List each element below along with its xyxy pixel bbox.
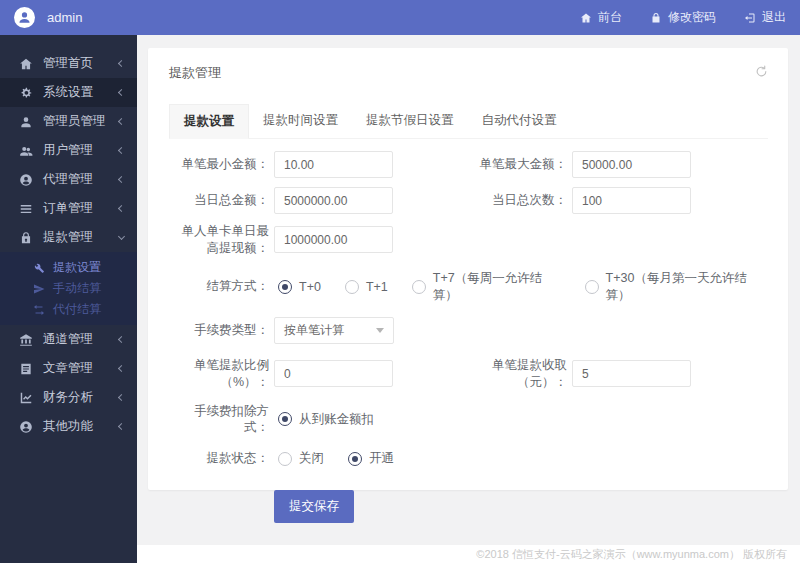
article-icon	[19, 362, 33, 376]
tab-withdraw-time-settings[interactable]: 提款时间设置	[249, 104, 352, 139]
sidebar-item-admin-management[interactable]: 管理员管理	[0, 107, 137, 136]
fee-fixed-label: 单笔提款收取（元）：	[471, 357, 567, 391]
logout-icon	[744, 12, 756, 24]
settlement-label: 结算方式：	[173, 278, 269, 295]
admin-user-icon	[19, 115, 33, 129]
status-option-closed[interactable]: 关闭	[278, 450, 324, 467]
chevron-left-icon	[118, 176, 125, 183]
fee-fixed-input[interactable]	[572, 360, 691, 387]
submenu-item-label: 代付结算	[53, 301, 101, 318]
radio-checked-icon	[348, 452, 362, 466]
card-daily-max-input[interactable]	[274, 226, 393, 253]
page-title: 提款管理	[169, 64, 221, 82]
settlement-option-t7[interactable]: T+7（每周一允许结算）	[412, 270, 561, 304]
send-icon	[33, 283, 45, 295]
other-user-icon	[19, 420, 33, 434]
daily-count-label: 当日总次数：	[471, 192, 567, 209]
front-site-link[interactable]: 前台	[580, 9, 622, 26]
tab-auto-payment-settings[interactable]: 自动代付设置	[468, 104, 571, 139]
wrench-icon	[33, 262, 45, 274]
settlement-option-t1[interactable]: T+1	[345, 280, 388, 294]
chart-icon	[19, 391, 33, 405]
sidebar-item-label: 订单管理	[43, 200, 93, 217]
home-icon	[19, 57, 33, 71]
bank-icon	[19, 333, 33, 347]
refresh-icon[interactable]	[755, 65, 768, 81]
sidebar-item-channel-management[interactable]: 通道管理	[0, 325, 137, 354]
sidebar-item-label: 通道管理	[43, 331, 93, 348]
submenu-item-payment-settlement[interactable]: 代付结算	[0, 299, 137, 320]
fee-percent-label: 单笔提款比例（%）：	[173, 357, 269, 391]
exchange-icon	[33, 304, 45, 316]
fee-deduct-option[interactable]: 从到账金额扣	[278, 411, 374, 428]
sidebar-item-system-settings[interactable]: 系统设置	[0, 78, 137, 107]
chevron-left-icon	[118, 147, 125, 154]
chevron-left-icon	[118, 205, 125, 212]
sidebar-item-label: 提款管理	[43, 229, 93, 246]
change-password-link[interactable]: 修改密码	[650, 9, 716, 26]
sidebar-item-other-functions[interactable]: 其他功能	[0, 412, 137, 441]
chevron-left-icon	[118, 423, 125, 430]
sidebar-item-label: 代理管理	[43, 171, 93, 188]
fee-deduct-label: 手续费扣除方式：	[173, 403, 269, 437]
sidebar-item-article-management[interactable]: 文章管理	[0, 354, 137, 383]
withdraw-settings-form: 单笔最小金额： 单笔最大金额： 当日总金额： 当日总次数：	[148, 139, 788, 523]
withdraw-lock-icon	[19, 231, 33, 245]
sidebar: 管理首页 系统设置 管理员管理 用户管理 代理管理 订单管理	[0, 35, 137, 563]
tab-withdraw-settings[interactable]: 提款设置	[169, 104, 249, 139]
daily-total-input[interactable]	[274, 187, 393, 214]
withdraw-management-card: 提款管理 提款设置 提款时间设置 提款节假日设置 自动代付设置 单笔最小金额： …	[148, 48, 788, 490]
change-password-label: 修改密码	[668, 9, 716, 26]
orders-list-icon	[19, 202, 33, 216]
content-spacer	[137, 490, 800, 545]
chevron-down-icon	[118, 232, 125, 239]
chevron-left-icon	[118, 336, 125, 343]
fee-type-select[interactable]: 按单笔计算	[274, 317, 394, 344]
fee-type-label: 手续费类型：	[173, 322, 269, 339]
radio-unchecked-icon	[345, 280, 359, 294]
sidebar-item-agent-management[interactable]: 代理管理	[0, 165, 137, 194]
settings-tabs: 提款设置 提款时间设置 提款节假日设置 自动代付设置	[169, 104, 768, 139]
username: admin	[47, 10, 82, 25]
chevron-left-icon	[118, 365, 125, 372]
radio-unchecked-icon	[278, 452, 292, 466]
sidebar-item-label: 财务分析	[43, 389, 93, 406]
sidebar-item-withdraw-management[interactable]: 提款管理	[0, 223, 137, 252]
caret-down-icon	[376, 328, 384, 333]
settlement-option-t0[interactable]: T+0	[278, 280, 321, 294]
front-site-label: 前台	[598, 9, 622, 26]
radio-checked-icon	[278, 280, 292, 294]
settlement-radio-group: T+0 T+1 T+7（每周一允许结算） T+30（每月第一天允许结算	[278, 270, 788, 304]
sidebar-item-dashboard[interactable]: 管理首页	[0, 49, 137, 78]
max-amount-label: 单笔最大金额：	[471, 156, 567, 173]
tab-withdraw-holiday-settings[interactable]: 提款节假日设置	[352, 104, 468, 139]
settlement-option-t30[interactable]: T+30（每月第一天允许结算）	[585, 270, 764, 304]
user-menu[interactable]: admin	[14, 7, 82, 28]
home-icon	[580, 12, 592, 24]
logout-label: 退出	[762, 9, 786, 26]
topbar: admin 前台 修改密码 退出	[0, 0, 800, 35]
daily-count-input[interactable]	[572, 187, 691, 214]
status-option-open[interactable]: 开通	[348, 450, 394, 467]
users-icon	[19, 144, 33, 158]
lock-icon	[650, 12, 662, 24]
radio-unchecked-icon	[412, 280, 426, 294]
submenu-item-withdraw-settings[interactable]: 提款设置	[0, 257, 137, 278]
main-content: 提款管理 提款设置 提款时间设置 提款节假日设置 自动代付设置 单笔最小金额： …	[137, 35, 800, 563]
sidebar-item-order-management[interactable]: 订单管理	[0, 194, 137, 223]
sidebar-item-user-management[interactable]: 用户管理	[0, 136, 137, 165]
max-amount-input[interactable]	[572, 151, 691, 178]
radio-checked-icon	[278, 412, 292, 426]
sidebar-item-label: 其他功能	[43, 418, 93, 435]
sidebar-item-label: 系统设置	[43, 84, 93, 101]
chevron-left-icon	[118, 60, 125, 67]
fee-percent-input[interactable]	[274, 360, 393, 387]
sidebar-item-finance-analysis[interactable]: 财务分析	[0, 383, 137, 412]
fee-deduct-radio-group: 从到账金额扣	[278, 411, 398, 428]
submenu-item-manual-settlement[interactable]: 手动结算	[0, 278, 137, 299]
chevron-left-icon	[118, 394, 125, 401]
submenu-item-label: 手动结算	[53, 280, 101, 297]
logout-link[interactable]: 退出	[744, 9, 786, 26]
agent-icon	[19, 173, 33, 187]
min-amount-input[interactable]	[274, 151, 393, 178]
